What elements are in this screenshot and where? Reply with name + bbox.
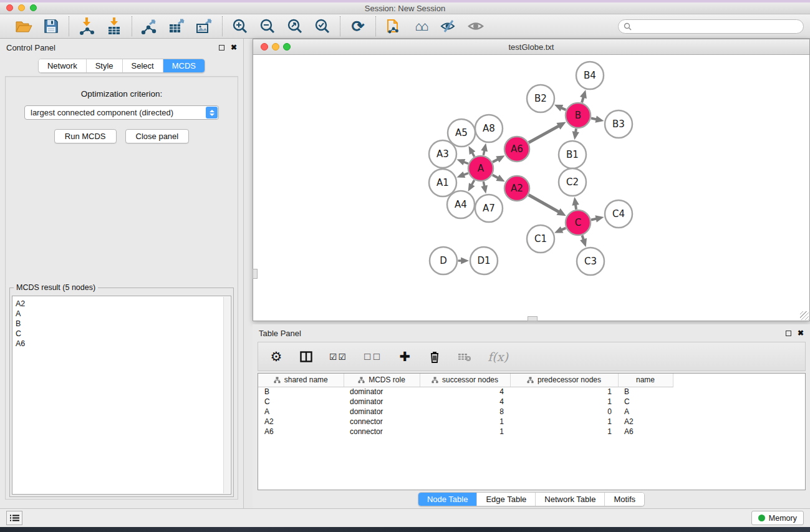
result-item[interactable]: A6 xyxy=(16,339,231,349)
zoom-out-icon[interactable] xyxy=(258,17,277,36)
export-image-icon[interactable] xyxy=(195,17,214,36)
new-network-from-selection-icon[interactable] xyxy=(384,17,403,36)
task-history-button[interactable] xyxy=(6,511,22,525)
show-eye-icon[interactable] xyxy=(466,17,485,36)
select-all-columns-icon[interactable]: ☑☑ xyxy=(329,352,347,362)
import-table-icon[interactable] xyxy=(105,17,123,36)
cell-successor-nodes[interactable]: 1 xyxy=(420,427,510,437)
float-panel-icon[interactable] xyxy=(219,45,224,51)
result-item[interactable]: A xyxy=(16,309,231,319)
tab-network[interactable]: Network xyxy=(39,59,87,72)
cell-predecessor-nodes[interactable]: 1 xyxy=(510,387,618,397)
zoom-in-icon[interactable] xyxy=(231,17,249,36)
graph-edge-A-A1[interactable] xyxy=(463,173,468,175)
column-header-name[interactable]: name xyxy=(618,374,673,387)
cell-successor-nodes[interactable]: 8 xyxy=(420,407,510,417)
graph-edge-C-C3[interactable] xyxy=(582,235,584,239)
delete-column-trash-icon[interactable] xyxy=(428,351,441,363)
graph-edge-A-A7[interactable] xyxy=(483,181,485,186)
tab-style[interactable]: Style xyxy=(87,59,123,72)
network-window-titlebar[interactable]: testGlobe.txt xyxy=(253,39,809,55)
column-header-MCDS-role[interactable]: MCDS role xyxy=(344,374,420,387)
save-session-icon[interactable] xyxy=(42,17,60,36)
table-float-panel-icon[interactable] xyxy=(786,331,791,336)
cell-name[interactable]: A xyxy=(618,407,673,417)
cell-predecessor-nodes[interactable]: 1 xyxy=(510,417,618,427)
column-header-shared-name[interactable]: shared name xyxy=(258,374,344,387)
search-input[interactable] xyxy=(635,22,798,31)
home-view-icon[interactable]: ⌂⌂ xyxy=(412,17,430,36)
cell-name[interactable]: C xyxy=(618,397,673,407)
result-item[interactable]: C xyxy=(16,329,231,339)
function-builder-icon[interactable]: f(x) xyxy=(488,350,508,364)
cell-MCDS-role[interactable]: dominator xyxy=(344,407,420,417)
graph-edge-A-A4[interactable] xyxy=(471,180,474,185)
cell-MCDS-role[interactable]: connector xyxy=(344,427,420,437)
graph-edge-A2-C[interactable] xyxy=(529,195,559,212)
cell-predecessor-nodes[interactable]: 0 xyxy=(510,407,618,417)
birdseye-handle-bottom[interactable] xyxy=(528,316,538,321)
cell-shared-name[interactable]: A2 xyxy=(258,417,344,427)
cell-successor-nodes[interactable]: 4 xyxy=(420,397,510,407)
memory-button[interactable]: Memory xyxy=(751,511,804,525)
result-item[interactable]: A2 xyxy=(16,299,231,309)
zoom-selected-icon[interactable] xyxy=(313,17,332,36)
run-mcds-button[interactable]: Run MCDS xyxy=(54,129,117,143)
cell-MCDS-role[interactable]: dominator xyxy=(344,397,420,407)
column-header-predecessor-nodes[interactable]: predecessor nodes xyxy=(510,374,618,387)
graph-edge-C-C2[interactable] xyxy=(576,205,576,210)
table-settings-gear-icon[interactable]: ⚙ xyxy=(269,349,283,364)
export-network-icon[interactable] xyxy=(140,17,159,36)
unselect-all-columns-icon[interactable]: ☐☐ xyxy=(364,352,382,362)
hide-unhide-icon[interactable] xyxy=(439,17,458,36)
table-tab-motifs[interactable]: Motifs xyxy=(605,493,644,506)
graph-edge-B-B2[interactable] xyxy=(561,108,566,110)
graph-edge-C-C1[interactable] xyxy=(561,228,566,230)
minimize-window-button[interactable] xyxy=(18,4,25,11)
close-panel-button[interactable]: Close panel xyxy=(125,129,190,143)
cell-successor-nodes[interactable]: 1 xyxy=(420,417,510,427)
criterion-select[interactable]: largest connected component (directed) xyxy=(24,105,219,120)
graph-edge-A-A8[interactable] xyxy=(483,150,485,155)
network-minimize-button[interactable] xyxy=(272,43,279,51)
column-header-successor-nodes[interactable]: successor nodes xyxy=(420,374,510,387)
open-session-icon[interactable] xyxy=(14,17,33,36)
table-tab-network-table[interactable]: Network Table xyxy=(536,493,605,506)
table-row[interactable]: Cdominator41C xyxy=(258,397,685,407)
export-table-icon[interactable] xyxy=(168,17,186,36)
window-resize-grip[interactable] xyxy=(800,311,809,320)
create-column-plus-icon[interactable]: ✚ xyxy=(398,349,412,364)
network-close-button[interactable] xyxy=(261,43,268,51)
zoom-window-button[interactable] xyxy=(30,4,37,11)
close-panel-icon[interactable]: ✖ xyxy=(231,44,237,51)
table-row[interactable]: A2connector11A2 xyxy=(258,417,685,427)
network-graph[interactable]: B4B2BB3A5A8A6A3B1AA1C2A2A4A7C4CC1C3DD1 xyxy=(253,56,809,321)
cell-predecessor-nodes[interactable]: 1 xyxy=(510,397,618,407)
mcds-result-list[interactable]: A2ABCA6 xyxy=(12,296,231,495)
table-row[interactable]: A6connector11A6 xyxy=(258,427,685,437)
graph-edge-A6-B[interactable] xyxy=(529,126,559,143)
network-canvas[interactable]: B4B2BB3A5A8A6A3B1AA1C2A2A4A7C4CC1C3DD1 xyxy=(253,56,809,321)
cell-shared-name[interactable]: C xyxy=(258,397,344,407)
import-network-icon[interactable] xyxy=(77,17,96,36)
zoom-fit-icon[interactable] xyxy=(286,17,304,36)
search-field[interactable] xyxy=(618,19,804,34)
network-zoom-button[interactable] xyxy=(283,43,291,51)
table-tab-node-table[interactable]: Node Table xyxy=(418,493,478,506)
graph-edge-A-A3[interactable] xyxy=(463,162,468,164)
graph-edge-A-A5[interactable] xyxy=(472,152,475,157)
result-item[interactable]: B xyxy=(16,319,231,329)
graph-edge-A-A2[interactable] xyxy=(493,175,498,178)
table-close-panel-icon[interactable]: ✖ xyxy=(798,329,804,337)
table-tab-edge-table[interactable]: Edge Table xyxy=(477,493,536,506)
tab-mcds[interactable]: MCDS xyxy=(163,59,205,72)
cell-shared-name[interactable]: A xyxy=(258,407,344,417)
cell-name[interactable]: A6 xyxy=(618,427,673,437)
graph-edge-C-C4[interactable] xyxy=(591,219,597,220)
cell-predecessor-nodes[interactable]: 1 xyxy=(510,427,618,437)
table-row[interactable]: Adominator80A xyxy=(258,407,685,417)
cell-MCDS-role[interactable]: dominator xyxy=(344,387,420,397)
graph-edge-B-B3[interactable] xyxy=(591,118,597,120)
graph-edge-B-B4[interactable] xyxy=(582,97,584,103)
refresh-icon[interactable]: ⟳ xyxy=(349,17,367,36)
